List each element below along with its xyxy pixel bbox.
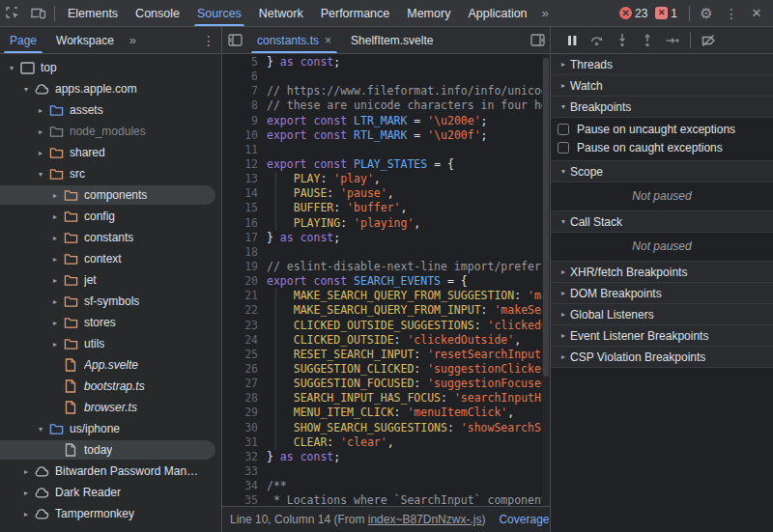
tree-item-utils[interactable]: ▸ utils <box>0 333 221 354</box>
line-number[interactable]: 16 <box>222 216 267 231</box>
navigator-menu-kebab-icon[interactable]: ⋮ <box>196 28 221 53</box>
code-line-12[interactable]: 12export const PLAY_STATES = { <box>222 157 550 172</box>
tree-item-jet[interactable]: ▸ jet <box>0 269 221 291</box>
navigator-tab-page[interactable]: Page <box>0 27 46 53</box>
panel-tab-sources[interactable]: Sources <box>188 0 250 26</box>
code-line-20[interactable]: 20export const SEARCH_EVENTS = { <box>222 274 550 289</box>
section-event-listener-breakpoints[interactable]: ▸ Event Listener Breakpoints <box>551 325 773 347</box>
more-options-kebab-icon[interactable]: ⋮ <box>719 1 744 26</box>
coverage-link[interactable]: Coverage <box>485 513 549 526</box>
tree-item-sf-symbols[interactable]: ▸ sf-symbols <box>0 291 221 312</box>
code-line-10[interactable]: 10export const RTL_MARK = '\u200f'; <box>222 128 550 143</box>
code-line-25[interactable]: 25 RESET_SEARCH_INPUT: 'resetSearchInput… <box>222 348 550 362</box>
code-line-11[interactable]: 11 <box>222 143 550 157</box>
editor-scrollbar[interactable] <box>542 54 550 506</box>
checkbox-icon[interactable] <box>558 142 569 154</box>
chevron-right-icon[interactable]: ▸ <box>49 234 61 242</box>
tree-item-context[interactable]: ▸ context <box>0 248 221 269</box>
error-badge[interactable]: ✕ 23 <box>619 7 647 20</box>
chevron-down-icon[interactable]: ▾ <box>20 85 32 94</box>
line-number[interactable]: 11 <box>222 143 267 157</box>
open-sidebar-icon[interactable] <box>525 28 550 53</box>
code-line-34[interactable]: 34/** <box>222 479 550 493</box>
code-line-13[interactable]: 13 PLAY: 'play', <box>222 172 550 186</box>
section-threads[interactable]: ▸ Threads <box>551 54 773 75</box>
more-panels-button[interactable]: » <box>536 6 555 20</box>
panel-tab-console[interactable]: Console <box>127 0 188 26</box>
code-line-29[interactable]: 29 MENU_ITEM_CLICK: 'menuItemClick', <box>222 406 550 420</box>
line-number[interactable]: 29 <box>222 406 267 420</box>
code-line-8[interactable]: 8// these are unicode characters in four… <box>222 98 550 113</box>
code-line-23[interactable]: 23 CLICKED_OUTSIDE_SUGGESTIONS: 'clicked… <box>222 319 550 333</box>
line-number[interactable]: 14 <box>222 186 267 201</box>
panel-tab-performance[interactable]: Performance <box>312 0 399 26</box>
tree-item-stores[interactable]: ▸ stores <box>0 312 221 333</box>
line-number[interactable]: 28 <box>222 391 267 406</box>
line-number[interactable]: 34 <box>222 479 267 493</box>
code-line-19[interactable]: 19// eslint-disable-next-line import/pre… <box>222 260 550 274</box>
tree-item-browser-ts[interactable]: browser.ts <box>0 397 221 418</box>
code-line-28[interactable]: 28 SEARCH_INPUT_HAS_FOCUS: 'searchInputH… <box>222 391 550 406</box>
chevron-down-icon[interactable]: ▾ <box>35 425 46 434</box>
deactivate-breakpoints-icon[interactable] <box>697 29 720 52</box>
code-line-32[interactable]: 32} as const; <box>222 450 550 464</box>
section-breakpoints[interactable]: ▾ Breakpoints <box>551 97 773 118</box>
line-number[interactable]: 19 <box>222 260 267 274</box>
chevron-right-icon[interactable]: ▸ <box>35 127 46 136</box>
navigator-more-tabs-button[interactable]: » <box>124 33 142 47</box>
line-number[interactable]: 15 <box>222 201 267 215</box>
section-watch[interactable]: ▸ Watch <box>551 75 773 97</box>
pause-icon[interactable] <box>560 29 584 52</box>
line-number[interactable]: 23 <box>222 319 267 333</box>
navigator-tab-workspace[interactable]: Workspace <box>46 27 124 53</box>
line-number[interactable]: 8 <box>222 98 267 113</box>
tree-item-app-svelte[interactable]: App.svelte <box>0 354 221 376</box>
panel-tab-network[interactable]: Network <box>250 0 312 26</box>
line-number[interactable]: 6 <box>222 70 267 84</box>
code-line-9[interactable]: 9export const LTR_MARK = '\u200e'; <box>222 114 550 128</box>
line-number[interactable]: 32 <box>222 450 267 464</box>
code-line-14[interactable]: 14 PAUSE: 'pause', <box>222 186 550 201</box>
line-number[interactable]: 7 <box>222 84 267 98</box>
chevron-right-icon[interactable]: ▸ <box>35 106 46 115</box>
code-line-21[interactable]: 21 MAKE_SEARCH_QUERY_FROM_SUGGESTION: 'm… <box>222 289 550 303</box>
code-line-5[interactable]: 5} as const; <box>222 55 550 70</box>
chevron-right-icon[interactable]: ▸ <box>49 255 61 264</box>
code-line-30[interactable]: 30 SHOW_SEARCH_SUGGESTIONS: 'showSearchS… <box>222 421 550 435</box>
step-icon[interactable] <box>661 29 684 52</box>
close-devtools-icon[interactable]: ✕ <box>744 1 769 26</box>
code-line-17[interactable]: 17} as const; <box>222 231 550 245</box>
settings-gear-icon[interactable]: ⚙ <box>694 1 719 26</box>
section-global-listeners[interactable]: ▸ Global Listeners <box>551 304 773 325</box>
panel-tab-application[interactable]: Application <box>459 0 535 26</box>
code-line-33[interactable]: 33 <box>222 464 550 479</box>
editor-tab-shelfitem-svelte[interactable]: ShelfItem.svelte <box>341 27 443 53</box>
chevron-right-icon[interactable]: ▸ <box>49 212 61 221</box>
line-number[interactable]: 9 <box>222 114 267 128</box>
tree-item-assets[interactable]: ▸ assets <box>0 99 221 121</box>
code-line-26[interactable]: 26 SUGGESTION_CLICKED: 'suggestionClicke… <box>222 362 550 377</box>
line-number[interactable]: 17 <box>222 231 267 245</box>
chevron-right-icon[interactable]: ▸ <box>49 319 61 327</box>
close-tab-icon[interactable]: × <box>325 34 331 47</box>
step-into-icon[interactable] <box>611 29 634 52</box>
code-line-22[interactable]: 22 MAKE_SEARCH_QUERY_FROM_INPUT: 'makeSe… <box>222 303 550 318</box>
checkbox-icon[interactable] <box>558 124 569 135</box>
code-line-15[interactable]: 15 BUFFER: 'buffer', <box>222 201 550 215</box>
code-line-18[interactable]: 18 <box>222 245 550 260</box>
section-dom-breakpoints[interactable]: ▸ DOM Breakpoints <box>551 283 773 304</box>
section-scope[interactable]: ▾ Scope <box>551 161 773 182</box>
tree-item-top[interactable]: ▾ top <box>0 57 221 78</box>
code-line-27[interactable]: 27 SUGGESTION_FOCUSED: 'suggestionFocuse… <box>222 377 550 391</box>
line-number[interactable]: 35 <box>222 493 267 506</box>
tree-item-today[interactable]: today <box>0 439 221 461</box>
line-number[interactable]: 30 <box>222 421 267 435</box>
tree-item-tampermonkey[interactable]: ▸ Tampermonkey <box>0 503 221 524</box>
line-number[interactable]: 25 <box>222 348 267 362</box>
line-number[interactable]: 33 <box>222 464 267 479</box>
step-out-icon[interactable] <box>636 29 659 52</box>
line-number[interactable]: 12 <box>222 157 267 172</box>
chevron-down-icon[interactable]: ▾ <box>35 170 46 179</box>
inspect-element-icon[interactable] <box>0 1 25 26</box>
code-line-31[interactable]: 31 CLEAR: 'clear', <box>222 435 550 450</box>
